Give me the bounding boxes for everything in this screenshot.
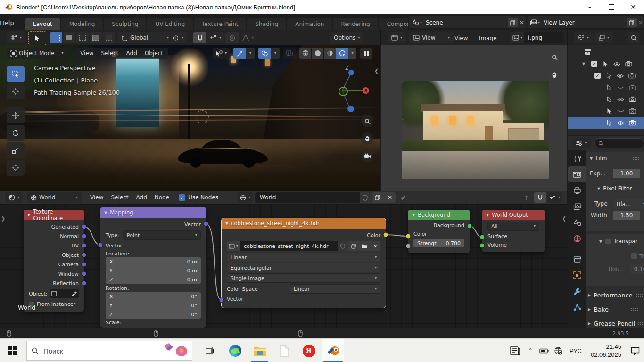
snap-toggle-button[interactable] — [193, 32, 206, 43]
physics-properties-tab[interactable] — [568, 299, 586, 315]
close-button[interactable]: ✕ — [622, 0, 644, 14]
viewport-menu-add[interactable]: Add — [123, 50, 141, 57]
transform-orientation-dropdown[interactable]: Global ▾ — [118, 32, 173, 43]
socket-object-out[interactable] — [82, 253, 87, 258]
source-dropdown[interactable]: Single Image ▾ — [227, 273, 380, 283]
remove-view-layer-icon[interactable]: ✕ — [638, 19, 643, 26]
image-editor-type-button[interactable]: ▾ — [388, 32, 406, 43]
world-datablock-name[interactable]: World — [260, 194, 276, 201]
tab-sculpting[interactable]: Sculpting — [104, 18, 146, 30]
socket-background-out[interactable] — [467, 224, 472, 229]
blender-taskbar-icon[interactable] — [322, 339, 344, 362]
socket-window-out[interactable] — [82, 272, 87, 277]
camera-disabled-icon[interactable] — [629, 108, 636, 114]
viewport-camera-button[interactable] — [361, 150, 373, 162]
shader-editor-type-button[interactable]: ▾ — [5, 192, 23, 203]
eye-icon[interactable] — [617, 97, 624, 102]
strength-field[interactable]: Strengt 0.700 — [413, 239, 464, 247]
bake-panel-header[interactable]: ▶ Bake — [588, 306, 643, 313]
pin-icon[interactable] — [400, 195, 406, 201]
socket-volume-in[interactable] — [480, 243, 485, 248]
viewport-pan-button[interactable] — [361, 132, 373, 145]
rotation-z-field[interactable]: Z0° — [106, 310, 201, 319]
select-subtract-mode-button[interactable] — [76, 32, 89, 43]
node-header[interactable]: ▼ Background — [408, 210, 470, 220]
network-globe-icon[interactable] — [551, 339, 565, 362]
rotation-y-field[interactable]: Y0° — [106, 301, 201, 310]
edge-browser-icon[interactable] — [224, 339, 246, 362]
tab-modeling[interactable]: Modeling — [61, 18, 103, 30]
shading-material-button[interactable] — [324, 48, 336, 59]
active-tool-button[interactable] — [28, 31, 46, 45]
gizmos-dropdown[interactable]: ▾ — [246, 48, 255, 59]
outliner-row-collection[interactable]: ▼ ✓ — [568, 58, 644, 70]
expand-triangle-icon[interactable]: ▼ — [582, 62, 585, 66]
location-y-field[interactable]: Y0 m — [106, 266, 201, 275]
viewport-3d[interactable]: Object Mode ▾ View Select Add Object ▾ ▾ — [0, 45, 380, 191]
snap-settings-dropdown[interactable]: ▾ — [207, 32, 224, 43]
eye-icon[interactable] — [613, 62, 620, 66]
object-checkbox[interactable]: ✓ — [594, 73, 601, 79]
selectable-cursor-outline-icon[interactable] — [607, 120, 612, 126]
socket-camera-out[interactable] — [82, 262, 87, 267]
tool-rotate[interactable] — [7, 125, 25, 141]
copy-image-icon[interactable] — [348, 241, 359, 251]
exposure-field[interactable]: 1.00 — [613, 169, 640, 178]
location-x-field[interactable]: X0 m — [106, 257, 201, 266]
image-menu-view[interactable]: View — [451, 35, 471, 41]
node-header[interactable]: ▼ cobblestone_street_night_4k.hdr — [222, 218, 386, 229]
tool-transform[interactable] — [7, 160, 25, 176]
open-image-folder-icon[interactable] — [359, 241, 370, 251]
render-properties-tab[interactable] — [568, 166, 586, 182]
copy-datablock-icon[interactable] — [372, 192, 384, 203]
axis-minus-z-ball[interactable] — [347, 106, 354, 112]
outliner-row-object[interactable]: ✓ — [568, 70, 644, 82]
proportional-falloff-dropdown[interactable]: ▾ — [239, 32, 256, 43]
projection-dropdown[interactable]: Equirectangular ▾ — [227, 263, 380, 272]
outliner-search-icon[interactable] — [627, 32, 640, 43]
interpolation-dropdown[interactable]: Linear ▾ — [227, 253, 380, 262]
eye-closed-icon[interactable] — [617, 109, 624, 113]
region-expand-chevron[interactable]: ❯ — [1, 215, 5, 222]
collapse-triangle-icon[interactable]: ▼ — [104, 211, 107, 215]
socket-vector-in[interactable] — [98, 243, 103, 248]
node-menu-view[interactable]: View — [86, 194, 107, 201]
shading-dropdown[interactable]: ▾ — [348, 48, 356, 59]
image-datablock-selector[interactable]: ▾ i.png — [510, 32, 564, 43]
menu-help[interactable]: Help — [0, 19, 18, 26]
node-header[interactable]: ▼ Texture Coordinate — [24, 210, 84, 220]
outliner-row-object[interactable] — [568, 93, 644, 105]
tab-compositing[interactable]: Compositing — [379, 18, 408, 30]
modifier-properties-tab[interactable] — [568, 283, 586, 299]
scene-name[interactable]: Scene — [426, 19, 508, 26]
image-zoom-button[interactable] — [548, 51, 561, 63]
image-menu-image[interactable]: Image — [475, 35, 501, 41]
news-widget-icon[interactable] — [506, 339, 524, 362]
mode-dropdown[interactable]: Object Mode ▾ — [7, 48, 67, 59]
output-properties-tab[interactable] — [568, 182, 586, 198]
filter-width-field[interactable]: 1.50 — [613, 211, 640, 220]
viewport-menu-select[interactable]: Select — [97, 50, 122, 57]
collection-checkbox[interactable]: ✓ — [591, 61, 597, 67]
shading-rendered-button[interactable] — [336, 48, 348, 59]
unlink-image-icon[interactable]: ✕ — [370, 241, 380, 251]
transparent-panel-header[interactable]: ▼ Transpar — [599, 238, 644, 245]
node-environment-texture[interactable]: ▼ cobblestone_street_night_4k.hdr Color … — [222, 218, 386, 308]
selectable-cursor-outline-icon[interactable] — [607, 84, 612, 90]
object-properties-tab[interactable] — [568, 267, 586, 283]
performance-panel-header[interactable]: ▶ Performance — [588, 292, 643, 299]
shader-type-dropdown[interactable]: World ▾ — [27, 192, 82, 203]
tab-shading[interactable]: Shading — [247, 18, 286, 30]
rotation-x-field[interactable]: X0° — [106, 292, 201, 301]
tab-uv-editing[interactable]: UV Editing — [147, 18, 193, 30]
collapse-triangle-icon[interactable]: ▼ — [225, 222, 228, 226]
socket-normal-out[interactable] — [82, 234, 87, 239]
outliner-row-scene-collection[interactable] — [568, 46, 644, 58]
socket-vector-in[interactable] — [219, 298, 224, 303]
outliner-editor-type-button[interactable]: ▾ — [574, 32, 593, 43]
panel-grip-icon[interactable] — [632, 156, 640, 160]
shading-solid-button[interactable] — [312, 48, 323, 59]
node-header[interactable]: ▼ Mapping — [100, 207, 206, 218]
file-explorer-icon[interactable] — [249, 339, 271, 362]
socket-surface-in[interactable] — [480, 235, 485, 240]
